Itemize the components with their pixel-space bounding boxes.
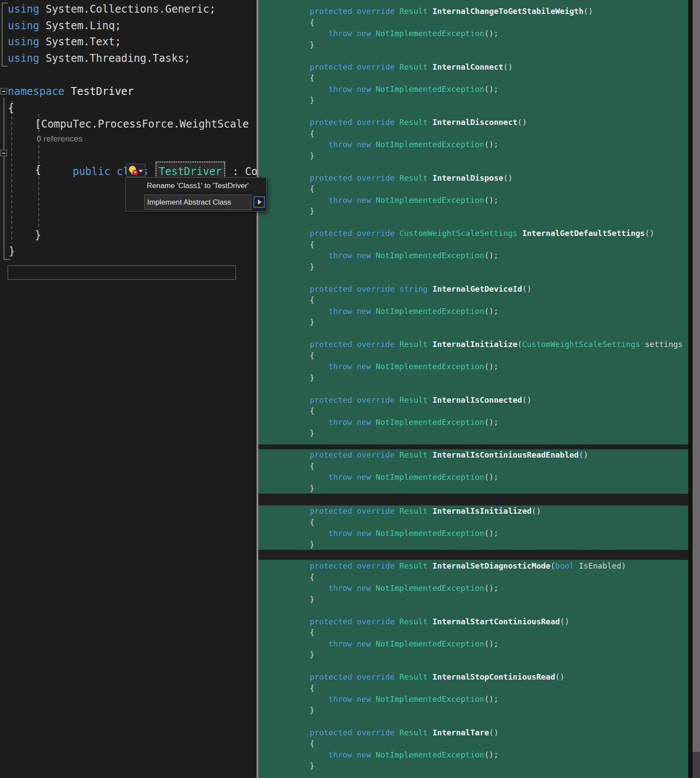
method-signature-line: protected override string InternalGetDev… xyxy=(258,283,688,295)
method-signature-line: protected override Result InternalIsCont… xyxy=(258,449,688,461)
blank-line xyxy=(258,383,688,394)
open-brace-line: { xyxy=(258,350,688,361)
close-brace-line: } xyxy=(258,705,688,716)
method-signature-line: protected override Result InternalSetDia… xyxy=(258,560,688,572)
close-brace-line: } xyxy=(258,150,688,162)
code-line-using-3: using System.Text; xyxy=(8,34,121,50)
using-block-guide-foot-bottom xyxy=(2,66,8,67)
blank-line xyxy=(258,660,688,672)
error-badge-icon: ✕ xyxy=(132,170,138,175)
throw-statement-line: throw new NotImplementedException(); xyxy=(258,472,688,483)
throw-statement-line: throw new NotImplementedException(); xyxy=(258,28,688,39)
blank-line xyxy=(258,439,688,445)
throw-statement-line: throw new NotImplementedException(); xyxy=(258,139,688,150)
preview-box-2: protected override Result InternalIsCont… xyxy=(258,449,688,494)
method-signature-line: protected override Result InternalInitia… xyxy=(258,339,688,350)
code-editor-pane[interactable]: using System.Collections.Generic; using … xyxy=(0,0,257,778)
code-line-class-open-brace: { xyxy=(35,162,41,178)
open-brace-line: { xyxy=(258,17,688,28)
close-brace-line: } xyxy=(258,39,688,51)
open-brace-line: { xyxy=(258,572,688,583)
throw-statement-line: throw new NotImplementedException(); xyxy=(258,250,688,261)
blank-line xyxy=(258,328,688,339)
throw-statement-line: throw new NotImplementedException(); xyxy=(258,195,688,206)
throw-statement-line: throw new NotImplementedException(); xyxy=(258,528,688,539)
method-signature-line: protected override Result InternalTare() xyxy=(258,727,688,738)
close-brace-line: } xyxy=(258,594,688,605)
open-brace-line: { xyxy=(258,72,688,84)
method-signature-line: protected override Result InternalConnec… xyxy=(258,61,688,73)
open-brace-line: { xyxy=(258,627,688,638)
close-brace-line: } xyxy=(258,205,688,217)
vertical-scrollbar-thumb[interactable] xyxy=(693,0,700,752)
method-signature-line: protected override Result InternalIsConn… xyxy=(258,394,688,406)
using-block-guide xyxy=(2,3,3,67)
close-brace-line: } xyxy=(258,483,688,494)
throw-statement-line: throw new NotImplementedException(); xyxy=(258,694,688,705)
code-line-ns-close-brace: } xyxy=(9,243,15,259)
blank-line xyxy=(258,106,688,117)
menu-item-rename[interactable]: Rename 'Class1' to 'TestDriver' xyxy=(126,178,266,194)
throw-statement-line: throw new NotImplementedException(); xyxy=(258,84,688,95)
chevron-down-icon xyxy=(139,170,143,172)
preview-box-3: protected override Result InternalIsInit… xyxy=(258,505,688,550)
code-line-namespace: namespace TestDriver xyxy=(8,83,134,100)
blank-line xyxy=(258,161,688,172)
vertical-scrollbar-track[interactable] xyxy=(693,0,700,778)
preview-box-1: protected override Result InternalChange… xyxy=(258,0,688,445)
menu-item-highlight[interactable]: Implement Abstract Class xyxy=(144,195,251,210)
blank-line xyxy=(258,716,688,727)
class-name-identifier: TestDriver xyxy=(159,165,222,178)
throw-statement-line: throw new NotImplementedException(); xyxy=(258,583,688,594)
blank-line xyxy=(258,217,688,228)
using-block-guide-foot-top xyxy=(2,3,8,3)
quick-actions-menu: Rename 'Class1' to 'TestDriver' Implemen… xyxy=(125,177,267,212)
close-brace-line: } xyxy=(258,760,688,771)
namespace-block-guide xyxy=(3,98,4,260)
preview-right-margin xyxy=(688,0,693,778)
code-line-class-close-brace: } xyxy=(35,227,41,243)
open-brace-line: { xyxy=(258,183,688,195)
code-line-using-1: using System.Collections.Generic; xyxy=(8,1,216,17)
close-brace-line: } xyxy=(258,261,688,273)
fold-marker-namespace[interactable] xyxy=(0,88,7,94)
method-signature-line: protected override Result InternalDispos… xyxy=(258,172,688,184)
open-brace-line: { xyxy=(258,517,688,528)
close-brace-line: } xyxy=(258,372,688,384)
codelens-references[interactable]: 0 references xyxy=(37,134,83,144)
throw-statement-line: throw new NotImplementedException(); xyxy=(258,306,688,317)
throw-statement-line: throw new NotImplementedException(); xyxy=(258,417,688,428)
blank-line xyxy=(258,605,688,616)
indent-guide-level1 xyxy=(11,101,12,243)
preview-changes-pane: protected override Result InternalChange… xyxy=(258,0,688,778)
vs-editor-screen: using System.Collections.Generic; using … xyxy=(0,0,700,778)
blank-line xyxy=(258,771,688,778)
close-brace-line: } xyxy=(258,317,688,328)
open-brace-line: { xyxy=(258,683,688,694)
open-brace-line: { xyxy=(258,128,688,139)
open-brace-line: { xyxy=(258,461,688,472)
open-brace-line: { xyxy=(258,405,688,417)
method-signature-line: protected override Result InternalStopCo… xyxy=(258,671,688,683)
throw-statement-line: throw new NotImplementedException(); xyxy=(258,638,688,650)
code-line-ns-open-brace: { xyxy=(8,100,14,116)
method-signature-line: protected override Result InternalChange… xyxy=(258,6,688,17)
method-signature-line: protected override Result InternalStartC… xyxy=(258,616,688,627)
code-line-attribute: [CompuTec.ProcessForce.WeightScale xyxy=(35,116,249,132)
close-brace-line: } xyxy=(258,428,688,439)
blank-line xyxy=(258,50,688,61)
close-brace-line: } xyxy=(258,649,688,660)
method-signature-line: protected override Result InternalIsInit… xyxy=(258,505,688,517)
code-line-using-4: using System.Threading.Tasks; xyxy=(8,50,190,67)
horizontal-scrollbar[interactable] xyxy=(7,265,236,280)
preview-box-4: protected override Result InternalSetDia… xyxy=(258,560,688,778)
close-brace-line: } xyxy=(258,539,688,550)
menu-item-implement-abstract-class[interactable]: Implement Abstract Class xyxy=(126,194,266,211)
close-brace-line: } xyxy=(258,94,688,106)
submenu-expand-arrow-icon[interactable] xyxy=(254,196,265,208)
code-line-using-2: using System.Linq; xyxy=(8,17,121,34)
fold-marker-class[interactable] xyxy=(0,150,7,156)
quick-actions-lightbulb-button[interactable]: ✕ xyxy=(126,164,145,177)
method-signature-line: protected override CustomWeightScaleSett… xyxy=(258,228,688,239)
open-brace-line: { xyxy=(258,738,688,749)
